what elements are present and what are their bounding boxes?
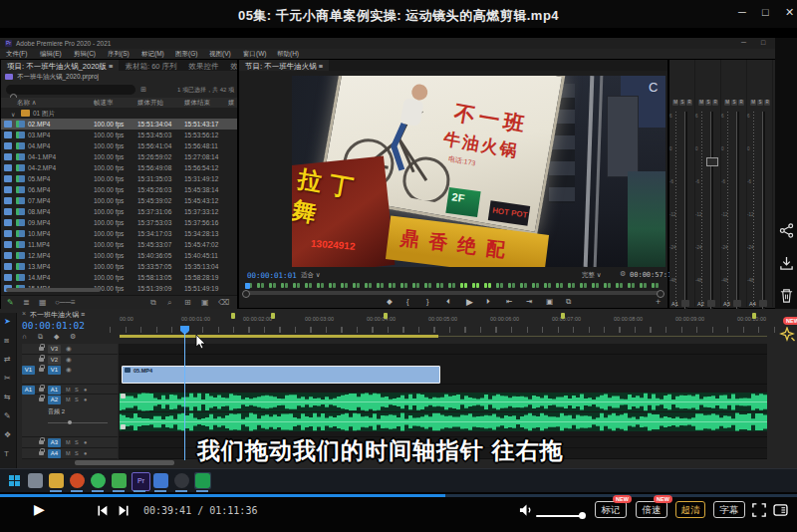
- bin-column-3[interactable]: 媒体结束: [184, 98, 210, 108]
- icon-view-icon[interactable]: ▦: [39, 298, 47, 308]
- fit-dropdown[interactable]: 适合 ∨: [301, 271, 321, 280]
- bin-row[interactable]: 11.MP4 100.00 fps 15:45:33:07 15:45:47:0…: [1, 239, 237, 250]
- monitor-playhead[interactable]: [245, 283, 250, 289]
- timeline-marker-icon[interactable]: [271, 313, 275, 319]
- bin-list[interactable]: ∨ 01 图片 02.MP4 100.00 fps 15:51:34:04 15…: [1, 108, 237, 295]
- track-header-V1[interactable]: V1V1◉: [22, 365, 118, 385]
- track-lock-icon[interactable]: [39, 347, 44, 351]
- timeline-marker-icon[interactable]: [231, 313, 235, 319]
- prev-episode-button[interactable]: [96, 504, 109, 517]
- edit-icon[interactable]: ✎: [7, 298, 14, 308]
- track-content-V3[interactable]: [119, 344, 767, 355]
- audio-clip-ch1[interactable]: [120, 393, 767, 411]
- taskbar-screen-capture-icon[interactable]: [194, 472, 211, 489]
- play-button[interactable]: ▶: [34, 501, 45, 517]
- settings-icon[interactable]: ⚙: [70, 333, 76, 341]
- sort-icon[interactable]: ≡: [71, 298, 76, 308]
- mixer-R-button[interactable]: R: [764, 100, 770, 106]
- taskbar-recorder-icon[interactable]: [173, 472, 190, 489]
- zoom-slider[interactable]: ○──: [55, 298, 71, 308]
- track-name-badge[interactable]: V2: [48, 356, 61, 365]
- selection-tool[interactable]: ➤: [4, 317, 11, 326]
- monitor-scrollbar[interactable]: [243, 291, 664, 295]
- taskbar-search-icon[interactable]: [27, 472, 44, 489]
- fullscreen-icon[interactable]: [752, 503, 766, 517]
- sparkle-wand-icon[interactable]: [779, 327, 795, 343]
- monitor-timecode[interactable]: 00:00:01:01: [247, 271, 297, 280]
- ripple-edit-tool[interactable]: ⇄: [4, 355, 11, 364]
- taskbar-powerpoint-icon[interactable]: [69, 472, 86, 489]
- mark-out-icon[interactable]: }: [426, 297, 429, 306]
- track-lock-icon[interactable]: [39, 368, 44, 372]
- mixer-S-button[interactable]: S: [705, 100, 711, 106]
- mute-track-icon[interactable]: M: [66, 449, 71, 457]
- compare-icon[interactable]: ⧉: [566, 297, 571, 307]
- solo-track-icon[interactable]: S: [75, 438, 79, 446]
- premiere-minimize-icon[interactable]: ─: [741, 39, 746, 46]
- menu-item-6[interactable]: 视图(V): [209, 50, 231, 59]
- bin-row[interactable]: 14.MP4 100.00 fps 15:58:13:05 15:58:28:1…: [1, 272, 237, 283]
- bin-row[interactable]: 04.MP4 100.00 fps 15:56:41:04 15:56:48:1…: [1, 140, 237, 151]
- slip-tool[interactable]: ⇆: [4, 393, 11, 401]
- clear-icon[interactable]: ⌫: [218, 298, 229, 308]
- bin-row[interactable]: 02.MP4 100.00 fps 15:51:34:04 15:51:43:1…: [1, 119, 237, 130]
- button-editor-icon[interactable]: +: [656, 297, 661, 307]
- track-volume-slider[interactable]: [48, 422, 108, 423]
- track-header-A3[interactable]: A3M S ●: [22, 437, 118, 448]
- minimize-icon[interactable]: ─: [738, 6, 746, 18]
- bin-column-4[interactable]: 媒: [228, 98, 235, 108]
- bin-row[interactable]: 09.MP4 100.00 fps 15:37:53:03 15:37:56:1…: [1, 217, 237, 228]
- voiceover-record-icon[interactable]: ●: [84, 396, 87, 403]
- toggle-track-output-icon[interactable]: ◉: [66, 356, 72, 364]
- source-patch-A1[interactable]: A1: [22, 386, 35, 395]
- solo-track-icon[interactable]: S: [75, 386, 79, 394]
- player-超清-button[interactable]: 超清: [675, 501, 705, 518]
- mixer-M-button[interactable]: M: [698, 100, 704, 106]
- menu-item-1[interactable]: 编辑(E): [40, 50, 62, 59]
- add-marker-icon[interactable]: ◆: [54, 333, 59, 341]
- track-lock-icon[interactable]: [39, 358, 44, 362]
- track-lock-icon[interactable]: [39, 440, 44, 444]
- mixer-fader-track[interactable]: [684, 112, 687, 311]
- list-view-icon[interactable]: ≣: [23, 298, 30, 308]
- playhead-line[interactable]: [184, 333, 185, 460]
- track-header-A2[interactable]: A2M S ●音频 2: [22, 395, 118, 437]
- menu-item-0[interactable]: 文件(F): [6, 50, 27, 59]
- razor-tool[interactable]: ✂: [4, 374, 11, 383]
- speaker-assign-icon[interactable]: [733, 300, 741, 307]
- bin-row[interactable]: 08.MP4 100.00 fps 15:37:31:06 15:37:33:1…: [1, 206, 237, 217]
- tab-program-monitor[interactable]: 节目: 不一班牛油火锅 ≡: [239, 60, 329, 71]
- add-marker-icon[interactable]: ◆: [387, 297, 393, 306]
- track-select-tool[interactable]: ⧈: [4, 336, 9, 346]
- menu-item-3[interactable]: 序列(S): [108, 50, 130, 59]
- player-倍速-button[interactable]: 倍速: [636, 501, 667, 518]
- mute-track-icon[interactable]: M: [66, 438, 71, 446]
- trash-icon[interactable]: [779, 288, 794, 303]
- bin-column-2[interactable]: 媒体开始: [137, 98, 163, 108]
- automate-to-sequence-icon[interactable]: ⧉: [150, 298, 156, 308]
- timeline-timecode[interactable]: 00:00:01:02: [22, 320, 85, 331]
- new-item-icon[interactable]: ▣: [201, 298, 209, 308]
- volume-icon[interactable]: [519, 503, 534, 517]
- bin-hscrollbar[interactable]: [6, 288, 101, 292]
- toggle-track-output-icon[interactable]: ◉: [66, 366, 72, 374]
- step-back-icon[interactable]: ⏴: [446, 297, 450, 307]
- play-icon[interactable]: ▶: [466, 297, 473, 307]
- track-lock-icon[interactable]: [39, 398, 44, 401]
- step-forward-icon[interactable]: ⏵: [486, 297, 490, 307]
- mixer-S-button[interactable]: S: [679, 100, 685, 106]
- bin-column-0[interactable]: 名称 ∧: [17, 98, 37, 108]
- find-icon[interactable]: ⌕: [167, 298, 171, 308]
- bin-row[interactable]: 10.MP4 100.00 fps 15:34:17:03 15:34:28:1…: [1, 228, 237, 239]
- bin-row[interactable]: 04-2.MP4 100.00 fps 15:56:49:08 15:56:54…: [1, 162, 237, 173]
- download-icon[interactable]: [779, 256, 794, 271]
- tab-project-0[interactable]: 项目: 不一班牛油火锅_2020版 ≡: [1, 60, 119, 71]
- player-字幕-button[interactable]: 字幕: [713, 501, 745, 518]
- video-clip[interactable]: 05.MP4: [122, 366, 440, 384]
- taskbar-dictionary-icon[interactable]: [152, 472, 169, 489]
- player-标记-button[interactable]: 标记: [595, 501, 627, 518]
- wrench-icon[interactable]: ⚙: [620, 270, 626, 278]
- taskbar-app-clover-icon[interactable]: [111, 472, 128, 489]
- next-episode-button[interactable]: [118, 504, 131, 517]
- timeline-tab-close-icon[interactable]: ×: [22, 310, 26, 317]
